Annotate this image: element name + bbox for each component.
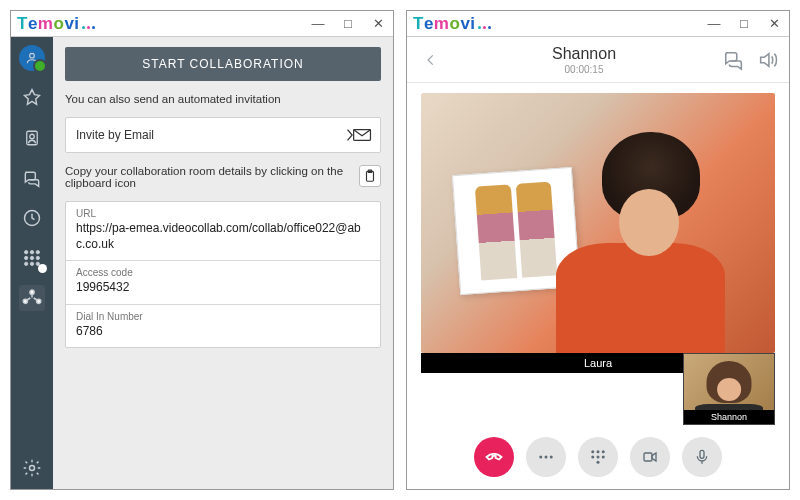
copy-to-clipboard-button[interactable] bbox=[359, 165, 381, 187]
clock-icon bbox=[22, 208, 42, 228]
copy-hint-text: Copy your collaboration room details by … bbox=[65, 165, 349, 189]
call-header: Shannon 00:00:15 bbox=[407, 37, 789, 83]
dialpad-button[interactable] bbox=[578, 437, 618, 477]
start-collaboration-button[interactable]: START COLLABORATION bbox=[65, 47, 381, 81]
sidebar-item-contacts[interactable] bbox=[19, 125, 45, 151]
access-code-value[interactable]: 19965432 bbox=[76, 280, 370, 296]
svg-point-10 bbox=[25, 262, 28, 265]
window-maximize-button[interactable]: □ bbox=[729, 11, 759, 37]
star-icon bbox=[22, 88, 42, 108]
window-close-button[interactable]: ✕ bbox=[363, 11, 393, 37]
access-code-row: Access code 19965432 bbox=[66, 261, 380, 305]
sidebar-item-history[interactable] bbox=[19, 205, 45, 231]
clipboard-icon bbox=[363, 168, 377, 184]
chevron-left-icon bbox=[424, 50, 438, 70]
svg-point-7 bbox=[25, 256, 28, 259]
copy-details-row: Copy your collaboration room details by … bbox=[65, 165, 381, 189]
svg-point-4 bbox=[25, 251, 28, 254]
video-camera-icon bbox=[640, 449, 660, 465]
speaker-icon bbox=[756, 49, 780, 71]
toggle-mic-button[interactable] bbox=[682, 437, 722, 477]
call-duration: 00:00:15 bbox=[447, 64, 721, 75]
gear-icon bbox=[22, 458, 42, 478]
microphone-icon bbox=[694, 447, 710, 467]
collaboration-icon bbox=[21, 288, 43, 308]
svg-rect-30 bbox=[644, 453, 652, 461]
svg-point-6 bbox=[36, 251, 39, 254]
titlebar: T e m o vi — □ ✕ bbox=[11, 11, 393, 37]
window-maximize-button[interactable]: □ bbox=[333, 11, 363, 37]
dial-in-value[interactable]: 6786 bbox=[76, 324, 370, 340]
svg-point-26 bbox=[591, 456, 594, 459]
pip-caption: Shannon bbox=[684, 410, 774, 424]
url-label: URL bbox=[76, 208, 370, 219]
svg-point-25 bbox=[602, 450, 605, 453]
more-options-button[interactable] bbox=[526, 437, 566, 477]
invite-hint-text: You can also send an automated invitatio… bbox=[65, 93, 381, 105]
svg-point-28 bbox=[602, 456, 605, 459]
svg-point-5 bbox=[30, 251, 33, 254]
collaboration-window: T e m o vi — □ ✕ bbox=[10, 10, 394, 490]
phone-hangup-icon bbox=[484, 447, 504, 467]
self-video-pip[interactable]: Shannon bbox=[683, 353, 775, 425]
user-avatar-icon bbox=[19, 45, 45, 71]
sidebar-item-dialpad[interactable] bbox=[19, 245, 45, 271]
toggle-video-button[interactable] bbox=[630, 437, 670, 477]
sidebar-item-collaboration[interactable] bbox=[19, 285, 45, 311]
more-horizontal-icon bbox=[537, 448, 555, 466]
collaboration-panel: START COLLABORATION You can also send an… bbox=[53, 37, 393, 489]
nav-sidebar bbox=[11, 37, 53, 489]
url-value[interactable]: https://pa-emea.videocollab.com/collab/o… bbox=[76, 221, 370, 252]
titlebar: T e m o vi — □ ✕ bbox=[407, 11, 789, 37]
remote-person-illustration bbox=[513, 132, 725, 353]
url-row: URL https://pa-emea.videocollab.com/coll… bbox=[66, 202, 380, 261]
dialpad-icon bbox=[589, 448, 607, 466]
dial-in-label: Dial In Number bbox=[76, 311, 370, 322]
send-email-icon[interactable] bbox=[346, 127, 372, 143]
notification-dot-icon bbox=[38, 264, 47, 273]
main-video-feed[interactable] bbox=[421, 93, 775, 353]
sidebar-item-avatar[interactable] bbox=[19, 45, 45, 71]
sidebar-item-settings[interactable] bbox=[19, 455, 45, 481]
svg-point-13 bbox=[30, 290, 34, 294]
call-window: T e m o vi — □ ✕ Shannon 00:00:15 bbox=[406, 10, 790, 490]
svg-point-21 bbox=[545, 456, 548, 459]
pip-person-illustration bbox=[707, 361, 752, 403]
dial-in-row: Dial In Number 6786 bbox=[66, 305, 380, 348]
svg-rect-31 bbox=[700, 450, 704, 458]
window-close-button[interactable]: ✕ bbox=[759, 11, 789, 37]
svg-point-20 bbox=[539, 456, 542, 459]
invite-by-email-field[interactable]: Invite by Email bbox=[65, 117, 381, 153]
window-minimize-button[interactable]: — bbox=[699, 11, 729, 37]
svg-point-24 bbox=[597, 450, 600, 453]
svg-point-11 bbox=[30, 262, 33, 265]
app-logo: T e m o vi bbox=[413, 14, 491, 34]
contact-card-icon bbox=[23, 128, 41, 148]
back-button[interactable] bbox=[415, 50, 447, 70]
call-remote-name: Shannon bbox=[447, 45, 721, 63]
app-logo: T e m o vi bbox=[17, 14, 95, 34]
sidebar-item-chats[interactable] bbox=[19, 165, 45, 191]
open-chat-button[interactable] bbox=[721, 47, 747, 73]
window-minimize-button[interactable]: — bbox=[303, 11, 333, 37]
svg-point-8 bbox=[30, 256, 33, 259]
sidebar-item-favorites[interactable] bbox=[19, 85, 45, 111]
svg-point-29 bbox=[597, 461, 600, 464]
svg-point-0 bbox=[30, 53, 35, 58]
svg-point-22 bbox=[550, 456, 553, 459]
speaker-button[interactable] bbox=[755, 47, 781, 73]
room-details-block: URL https://pa-emea.videocollab.com/coll… bbox=[65, 201, 381, 348]
chat-bubbles-icon bbox=[722, 49, 746, 71]
svg-point-2 bbox=[30, 134, 35, 139]
invite-by-email-label: Invite by Email bbox=[76, 128, 154, 142]
svg-point-9 bbox=[36, 256, 39, 259]
svg-point-16 bbox=[30, 466, 35, 471]
call-controls bbox=[407, 425, 789, 489]
hangup-button[interactable] bbox=[474, 437, 514, 477]
svg-point-27 bbox=[597, 456, 600, 459]
access-code-label: Access code bbox=[76, 267, 370, 278]
chat-bubbles-icon bbox=[22, 168, 42, 188]
video-area: Laura Shannon bbox=[421, 93, 775, 373]
svg-point-23 bbox=[591, 450, 594, 453]
